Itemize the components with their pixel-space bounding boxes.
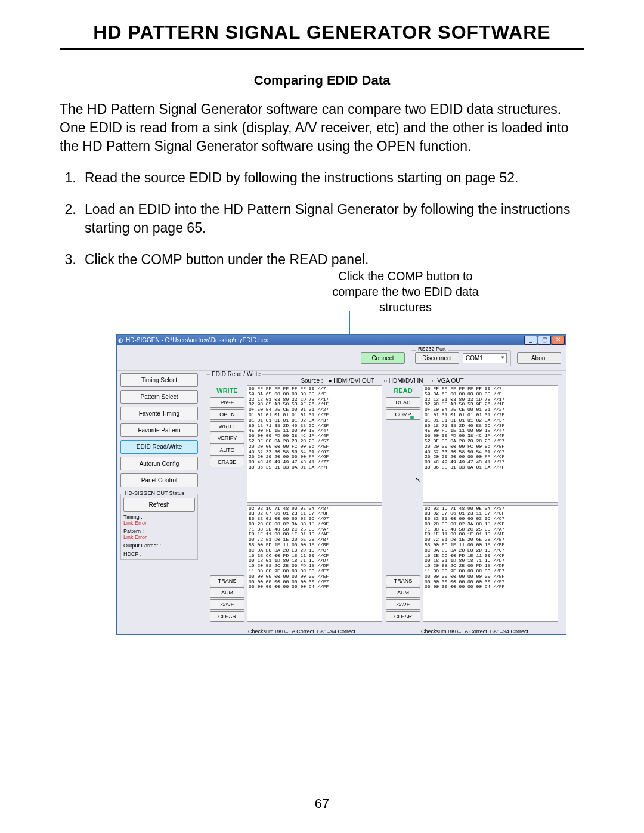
status-group: HD-SIGGEN OUT Status Refresh Timing :Lin… <box>120 494 198 560</box>
write-hex-block-2[interactable]: 02 03 1C 71 48 90 05 04 //87 03 02 07 06… <box>247 505 382 623</box>
read-panel: READ READ COMP TRANS SUM SAVE CLEAR <box>386 385 558 622</box>
page-title: HD PATTERN SIGNAL GENERATOR SOFTWARE <box>60 21 584 50</box>
sidebar-item-panel-control[interactable]: Panel Control <box>120 473 198 487</box>
pref-button[interactable]: Pre-F <box>210 397 244 408</box>
sidebar-item-edid-read-write[interactable]: EDID Read/Write <box>120 440 198 454</box>
port-select[interactable]: COM1: <box>463 353 507 363</box>
edid-group: EDID Read / Write Source : HDMI/DVI OUT … <box>206 374 562 636</box>
minimize-button[interactable]: _ <box>524 336 537 345</box>
save-button-r[interactable]: SAVE <box>386 599 420 610</box>
radio-vga-out[interactable]: VGA OUT <box>432 377 463 384</box>
app-icon: ◐ <box>118 337 123 343</box>
read-head: READ <box>386 385 420 396</box>
write-panel: WRITE Pre-F OPEN WRITE VERIFY AUTO ERASE… <box>210 385 382 622</box>
sum-button-r[interactable]: SUM <box>386 587 420 598</box>
rs232-legend: RS232 Port <box>416 346 448 352</box>
window-title: HD-SIGGEN - C:\Users\andrew\Desktop\myED… <box>123 337 524 343</box>
cursor-icon: ↖ <box>415 475 421 484</box>
refresh-button[interactable]: Refresh <box>123 498 195 512</box>
titlebar: ◐ HD-SIGGEN - C:\Users\andrew\Desktop\my… <box>117 335 566 345</box>
sidebar-item-pattern-select[interactable]: Pattern Select <box>120 390 198 404</box>
status-hdcp: HDCP : <box>123 551 195 557</box>
status-pattern: Pattern :Link Error <box>123 528 195 540</box>
maximize-button[interactable]: ▢ <box>538 336 551 345</box>
step-2: Load an EDID into the HD Pattern Signal … <box>80 200 584 237</box>
radio-hdmi-out[interactable]: HDMI/DVI OUT <box>328 377 374 384</box>
auto-button[interactable]: AUTO <box>210 445 244 456</box>
open-button[interactable]: OPEN <box>210 409 244 420</box>
write-hex-block-1[interactable]: 00 FF FF FF FF FF FF 00 //7 59 3A 65 00 … <box>247 385 382 503</box>
source-row: Source : HDMI/DVI OUT HDMI/DVI IN VGA OU… <box>210 377 558 384</box>
radio-hdmi-in[interactable]: HDMI/DVI IN <box>383 377 423 384</box>
trans-button-r[interactable]: TRANS <box>386 575 420 586</box>
app-window: ◐ HD-SIGGEN - C:\Users\andrew\Desktop\my… <box>116 334 566 635</box>
intro-paragraph: The HD Pattern Signal Generator software… <box>60 100 584 156</box>
sidebar-item-autorun-config[interactable]: Autorun Config <box>120 457 198 470</box>
disconnect-button[interactable]: Disconnect <box>415 352 459 364</box>
status-output-format: Output Format : <box>123 543 195 549</box>
checksum-right: Checksum BK0=EA Correct. BK1=94 Correct. <box>421 628 530 634</box>
trans-button-w[interactable]: TRANS <box>210 575 244 586</box>
status-legend: HD-SIGGEN OUT Status <box>123 490 185 496</box>
write-button[interactable]: WRITE <box>210 421 244 432</box>
about-button[interactable]: About <box>517 352 561 364</box>
read-hex-block-1: 00 FF FF FF FF FF FF 00 //7 59 3A 65 00 … <box>423 385 558 503</box>
sum-button-w[interactable]: SUM <box>210 587 244 598</box>
clear-button-r[interactable]: CLEAR <box>386 611 420 622</box>
sidebar: Timing Select Pattern Select Favorite Ti… <box>117 371 202 640</box>
highlight-dot <box>410 416 414 419</box>
comp-button[interactable]: COMP <box>386 409 420 420</box>
main-panel: EDID Read / Write Source : HDMI/DVI OUT … <box>202 371 566 640</box>
erase-button[interactable]: ERASE <box>210 457 244 467</box>
step-3: Click the COMP button under the READ pan… <box>80 250 584 269</box>
save-button-w[interactable]: SAVE <box>210 599 244 610</box>
callout-text: Click the COMP button to compare the two… <box>328 268 483 315</box>
read-hex-block-2: 02 03 1C 71 48 90 05 04 //87 03 02 07 06… <box>423 505 558 623</box>
connect-button[interactable]: Connect <box>361 352 405 364</box>
steps-list: Read the source EDID by following the in… <box>60 169 584 269</box>
sidebar-item-favorite-timing[interactable]: Favorite Timing <box>120 407 198 420</box>
sidebar-item-timing-select[interactable]: Timing Select <box>120 373 198 387</box>
edid-legend: EDID Read / Write <box>210 371 262 377</box>
toolbar: Connect RS232 Port Disconnect COM1: Abou… <box>117 345 566 371</box>
source-label: Source : <box>301 377 323 384</box>
status-timing: Timing :Link Error <box>123 514 195 526</box>
checksum-left: Checksum BK0=EA Correct. BK1=94 Correct. <box>248 628 357 634</box>
step-1: Read the source EDID by following the in… <box>80 169 584 187</box>
clear-button-w[interactable]: CLEAR <box>210 611 244 622</box>
verify-button[interactable]: VERIFY <box>210 433 244 444</box>
read-button[interactable]: READ <box>386 397 420 408</box>
write-head: WRITE <box>210 385 244 396</box>
sidebar-item-favorite-pattern[interactable]: Favorite Pattern <box>120 423 198 437</box>
app-screenshot: ◐ HD-SIGGEN - C:\Users\andrew\Desktop\my… <box>116 334 566 635</box>
page-number: 67 <box>0 796 644 812</box>
rs232-group: RS232 Port Disconnect COM1: <box>411 350 511 366</box>
close-button[interactable]: ✕ <box>552 336 565 345</box>
section-heading: Comparing EDID Data <box>60 73 584 88</box>
